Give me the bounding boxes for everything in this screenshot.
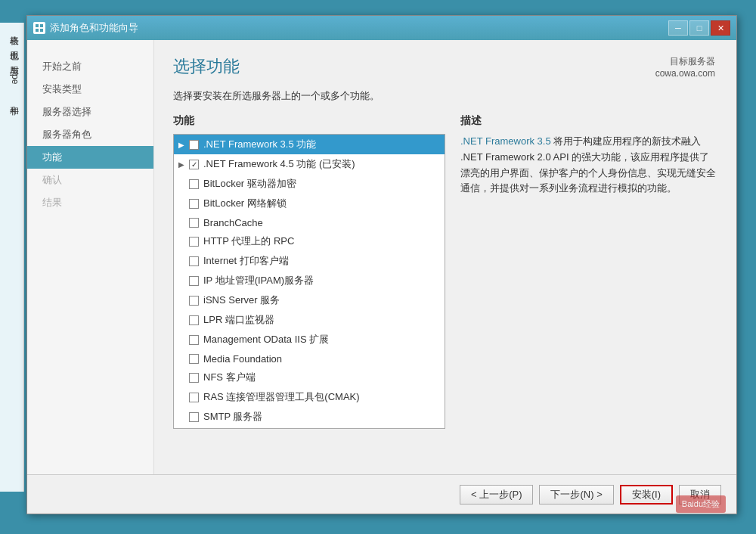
features-label: 功能 bbox=[173, 114, 445, 128]
server-name: cowa.owa.com bbox=[655, 68, 715, 79]
features-list[interactable]: ▶ .NET Framework 3.5 功能 ▶ ✓ .NET Framewo… bbox=[173, 134, 445, 429]
feature-text-http-rpc: HTTP 代理上的 RPC bbox=[203, 234, 440, 248]
checkbox-isns[interactable] bbox=[189, 296, 199, 306]
feature-text-media-foundation: Media Foundation bbox=[203, 353, 440, 365]
sidebar-text-4: pe bbox=[3, 74, 20, 84]
main-content: 选择功能 目标服务器 cowa.owa.com 选择要安装在所选服务器上的一个或… bbox=[154, 40, 736, 474]
feature-net35[interactable]: ▶ .NET Framework 3.5 功能 bbox=[174, 135, 445, 154]
feature-net45[interactable]: ▶ ✓ .NET Framework 4.5 功能 (已安装) bbox=[174, 154, 445, 174]
page-title: 选择功能 bbox=[173, 55, 717, 78]
feature-mgmt-odata[interactable]: Management OData IIS 扩展 bbox=[174, 330, 445, 349]
feature-http-rpc[interactable]: HTTP 代理上的 RPC bbox=[174, 231, 445, 251]
feature-text-bitlocker-net: BitLocker 网络解锁 bbox=[203, 197, 440, 210]
feature-lpr[interactable]: LPR 端口监视器 bbox=[174, 310, 445, 330]
expand-arrow-net35: ▶ bbox=[178, 141, 189, 149]
feature-text-isns: iSNS Server 服务 bbox=[203, 293, 440, 307]
install-button[interactable]: 安装(I) bbox=[620, 485, 673, 505]
page-description: 选择要安装在所选服务器上的一个或多个功能。 bbox=[173, 89, 717, 103]
watermark: Baidu经验 bbox=[676, 495, 726, 513]
maximize-button[interactable]: □ bbox=[689, 20, 709, 36]
checkbox-ip-mgmt[interactable] bbox=[189, 276, 199, 286]
checkbox-ras-cmak[interactable] bbox=[189, 393, 199, 402]
svg-rect-0 bbox=[36, 24, 39, 27]
expand-arrow-net45: ▶ bbox=[178, 160, 189, 169]
next-button[interactable]: 下一步(N) > bbox=[539, 485, 613, 505]
checkbox-net35[interactable] bbox=[189, 140, 199, 150]
window-controls: ─ □ ✕ bbox=[668, 20, 730, 36]
feature-bitlocker-drive[interactable]: BitLocker 驱动器加密 bbox=[174, 174, 445, 194]
content-area: 功能 ▶ .NET Framework 3.5 功能 ▶ ✓ .NET Fra bbox=[173, 114, 717, 459]
checkbox-nfs-client[interactable] bbox=[189, 373, 199, 383]
svg-rect-2 bbox=[36, 29, 39, 32]
nav-panel: 开始之前 安装类型 服务器选择 服务器角色 功能 确认 结果 bbox=[27, 40, 154, 474]
checkbox-media-foundation[interactable] bbox=[189, 354, 199, 364]
description-panel: 描述 .NET Framework 3.5 将用于构建应用程序的新技术融入 .N… bbox=[460, 114, 717, 459]
feature-text-smtp: SMTP 服务器 bbox=[203, 410, 440, 424]
feature-text-ip-mgmt: IP 地址管理(IPAM)服务器 bbox=[203, 274, 440, 287]
close-button[interactable]: ✕ bbox=[711, 20, 730, 36]
feature-internet-print[interactable]: Internet 打印客户端 bbox=[174, 251, 445, 271]
dialog-body: 开始之前 安装类型 服务器选择 服务器角色 功能 确认 结果 选择功能 目标服务… bbox=[27, 40, 736, 474]
feature-nfs-client[interactable]: NFS 客户端 bbox=[174, 368, 445, 387]
feature-ip-mgmt[interactable]: IP 地址管理(IPAM)服务器 bbox=[174, 271, 445, 290]
nav-item-server-role[interactable]: 服务器角色 bbox=[27, 123, 153, 146]
watermark-badge: Baidu经验 bbox=[676, 495, 726, 513]
feature-branchcache[interactable]: BranchCache bbox=[174, 213, 445, 231]
left-sidebar: 表格 也服 与服 pe 牛和 bbox=[0, 23, 24, 492]
feature-text-net45: .NET Framework 4.5 功能 (已安装) bbox=[203, 157, 440, 171]
checkbox-lpr[interactable] bbox=[189, 315, 199, 325]
feature-text-branchcache: BranchCache bbox=[203, 217, 440, 228]
feature-text-mgmt-odata: Management OData IIS 扩展 bbox=[203, 333, 440, 346]
feature-text-bitlocker-drive: BitLocker 驱动器加密 bbox=[203, 177, 440, 191]
dialog-title: 添加角色和功能向导 bbox=[50, 21, 138, 35]
description-highlight: .NET Framework 3.5 bbox=[460, 135, 551, 147]
checkbox-internet-print[interactable] bbox=[189, 256, 199, 266]
features-panel: 功能 ▶ .NET Framework 3.5 功能 ▶ ✓ .NET Fra bbox=[173, 114, 445, 459]
checkbox-net45[interactable]: ✓ bbox=[189, 160, 199, 169]
feature-bitlocker-net[interactable]: BitLocker 网络解锁 bbox=[174, 194, 445, 213]
feature-smtp[interactable]: SMTP 服务器 bbox=[174, 407, 445, 427]
checkbox-smtp[interactable] bbox=[189, 412, 199, 422]
back-button[interactable]: < 上一步(P) bbox=[460, 485, 534, 505]
feature-text-net35: .NET Framework 3.5 功能 bbox=[203, 138, 440, 151]
feature-isns[interactable]: iSNS Server 服务 bbox=[174, 290, 445, 310]
description-content: .NET Framework 3.5 将用于构建应用程序的新技术融入 .NET … bbox=[460, 134, 717, 197]
nav-item-before[interactable]: 开始之前 bbox=[27, 55, 153, 78]
feature-text-internet-print: Internet 打印客户端 bbox=[203, 254, 440, 268]
main-dialog: 添加角色和功能向导 ─ □ ✕ 开始之前 安装类型 服务器选择 服务器角色 功能… bbox=[26, 15, 737, 514]
feature-media-foundation[interactable]: Media Foundation bbox=[174, 349, 445, 368]
dialog-footer: < 上一步(P) 下一步(N) > 安装(I) 取消 bbox=[27, 474, 736, 514]
nav-item-confirm: 确认 bbox=[27, 169, 153, 191]
feature-ras-cmak[interactable]: RAS 连接管理器管理工具包(CMAK) bbox=[174, 387, 445, 407]
svg-rect-1 bbox=[40, 24, 43, 27]
description-label: 描述 bbox=[460, 114, 717, 128]
nav-item-server-select[interactable]: 服务器选择 bbox=[27, 101, 153, 123]
checkbox-mgmt-odata[interactable] bbox=[189, 335, 199, 345]
nav-item-results: 结果 bbox=[27, 191, 153, 214]
checkbox-http-rpc[interactable] bbox=[189, 237, 199, 247]
checkbox-branchcache[interactable] bbox=[189, 218, 199, 228]
feature-text-ras-cmak: RAS 连接管理器管理工具包(CMAK) bbox=[203, 390, 440, 404]
feature-text-nfs-client: NFS 客户端 bbox=[203, 371, 440, 384]
server-label: 目标服务器 bbox=[655, 55, 715, 68]
title-bar-left: 添加角色和功能向导 bbox=[33, 21, 138, 35]
nav-item-features[interactable]: 功能 bbox=[27, 146, 153, 169]
server-info: 目标服务器 cowa.owa.com bbox=[655, 55, 715, 79]
checkbox-bitlocker-net[interactable] bbox=[189, 199, 199, 209]
minimize-button[interactable]: ─ bbox=[668, 20, 688, 36]
app-icon bbox=[33, 22, 45, 34]
feature-text-lpr: LPR 端口监视器 bbox=[203, 313, 440, 327]
nav-item-install-type[interactable]: 安装类型 bbox=[27, 78, 153, 101]
checkbox-bitlocker-drive[interactable] bbox=[189, 179, 199, 189]
svg-rect-3 bbox=[40, 29, 43, 32]
title-bar: 添加角色和功能向导 ─ □ ✕ bbox=[27, 16, 736, 40]
